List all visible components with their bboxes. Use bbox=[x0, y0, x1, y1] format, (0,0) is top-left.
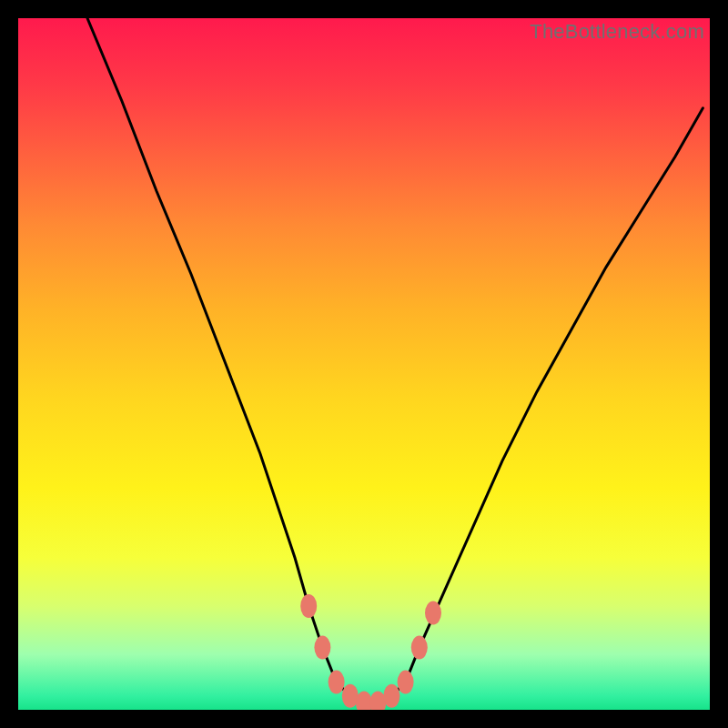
curve-marker bbox=[383, 684, 399, 708]
curve-marker bbox=[398, 671, 414, 694]
curve-marker bbox=[356, 691, 372, 710]
bottleneck-curve bbox=[18, 18, 710, 710]
curve-marker bbox=[369, 691, 386, 710]
curve-marker bbox=[425, 602, 441, 625]
chart-frame: TheBottleneck.com bbox=[18, 18, 710, 710]
curve-marker bbox=[314, 636, 330, 660]
curve-marker bbox=[329, 671, 345, 694]
curve-marker bbox=[411, 636, 428, 660]
curve-marker bbox=[300, 594, 317, 618]
